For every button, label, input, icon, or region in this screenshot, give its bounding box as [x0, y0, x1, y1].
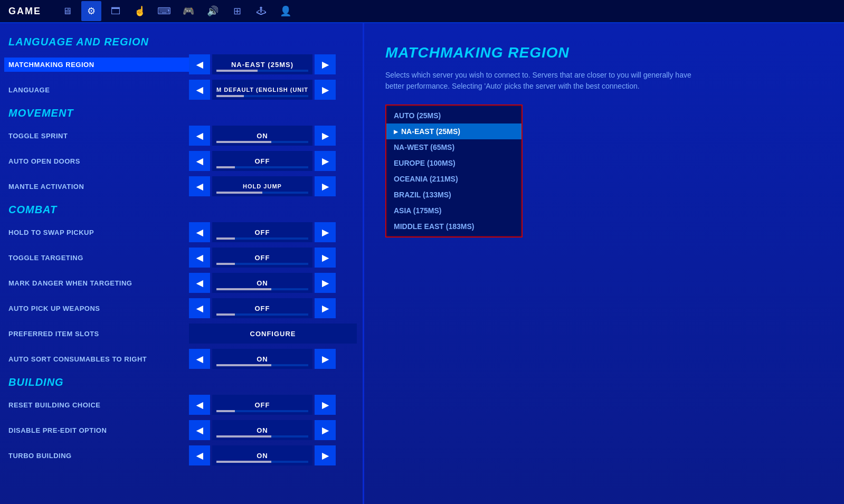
toggle-targeting-bar-fill	[216, 263, 235, 265]
toggle-sprint-value: ON	[257, 132, 268, 140]
section-movement: MOVEMENT	[0, 103, 363, 122]
region-auto[interactable]: AUTO (25MS)	[386, 108, 521, 123]
auto-open-doors-left[interactable]: ◀	[189, 151, 210, 171]
reset-building-choice-right[interactable]: ▶	[315, 395, 336, 415]
matchmaking-region-bar	[216, 70, 308, 72]
region-oceania[interactable]: OCEANIA (211MS)	[386, 171, 521, 187]
setting-auto-open-doors[interactable]: AUTO OPEN DOORS ◀ OFF ▶	[0, 149, 363, 173]
auto-open-doors-control: ◀ OFF ▶	[189, 151, 336, 171]
auto-pickup-weapons-bar-fill	[216, 313, 235, 316]
auto-open-doors-bar	[216, 166, 308, 168]
region-brazil[interactable]: BRAZIL (133MS)	[386, 187, 521, 203]
info-description: Selects which server you wish to connect…	[385, 70, 702, 92]
turbo-building-control: ◀ ON ▶	[189, 445, 336, 465]
auto-pickup-weapons-value: OFF	[255, 305, 270, 312]
setting-auto-pickup-weapons[interactable]: AUTO PICK UP WEAPONS ◀ OFF ▶	[0, 296, 363, 320]
setting-preferred-item-slots[interactable]: PREFERRED ITEM SLOTS CONFIGURE	[0, 321, 363, 346]
setting-mantle-activation[interactable]: MANTLE ACTIVATION ◀ HOLD JUMP ▶	[0, 174, 363, 198]
hold-swap-pickup-value: OFF	[255, 229, 270, 236]
monitor-icon[interactable]: 🖥	[57, 1, 77, 21]
turbo-building-left[interactable]: ◀	[189, 445, 210, 465]
language-value: M DEFAULT (ENGLISH (UNIT	[216, 87, 308, 93]
hold-swap-pickup-left[interactable]: ◀	[189, 222, 210, 242]
user-icon[interactable]: 👤	[276, 1, 296, 21]
disable-pre-edit-left[interactable]: ◀	[189, 420, 210, 440]
turbo-building-bar-fill	[216, 461, 271, 463]
region-asia[interactable]: ASIA (175MS)	[386, 203, 521, 218]
setting-turbo-building[interactable]: TURBO BUILDING ◀ ON ▶	[0, 443, 363, 468]
auto-open-doors-right[interactable]: ▶	[315, 151, 336, 171]
right-panel: MATCHMAKING REGION Selects which server …	[364, 23, 844, 504]
mantle-activation-left[interactable]: ◀	[189, 176, 210, 196]
toggle-sprint-left[interactable]: ◀	[189, 126, 210, 146]
setting-reset-building-choice[interactable]: RESET BUILDING CHOICE ◀ OFF ▶	[0, 393, 363, 417]
setting-matchmaking-region[interactable]: MATCHMAKING REGION ◀ NA-EAST (25MS) ▶	[0, 52, 363, 77]
toggle-targeting-bar	[216, 263, 308, 265]
toggle-sprint-right[interactable]: ▶	[315, 126, 336, 146]
auto-pickup-weapons-left[interactable]: ◀	[189, 298, 210, 318]
toggle-targeting-value: OFF	[255, 254, 270, 262]
preferred-item-slots-label: PREFERRED ITEM SLOTS	[4, 330, 189, 338]
setting-mark-danger[interactable]: MARK DANGER WHEN TARGETING ◀ ON ▶	[0, 271, 363, 295]
auto-sort-consumables-label: AUTO SORT CONSUMABLES TO RIGHT	[4, 355, 189, 363]
gear-icon[interactable]: ⚙	[81, 1, 101, 21]
auto-sort-consumables-right[interactable]: ▶	[315, 349, 336, 369]
speaker-icon[interactable]: 🔊	[203, 1, 223, 21]
toggle-targeting-left[interactable]: ◀	[189, 248, 210, 268]
turbo-building-bar	[216, 461, 308, 463]
keyboard-icon[interactable]: ⌨	[154, 1, 174, 21]
toggle-sprint-bar	[216, 141, 308, 143]
nav-icons: 🖥 ⚙ 🗖 ☝ ⌨ 🎮 🔊 ⊞ 🕹 👤	[57, 1, 296, 21]
matchmaking-region-value: NA-EAST (25MS)	[231, 61, 293, 69]
auto-pickup-weapons-bar	[216, 313, 308, 316]
setting-disable-pre-edit[interactable]: DISABLE PRE-EDIT OPTION ◀ ON ▶	[0, 418, 363, 442]
turbo-building-right[interactable]: ▶	[315, 445, 336, 465]
language-right[interactable]: ▶	[315, 80, 336, 100]
auto-sort-consumables-control: ◀ ON ▶	[189, 349, 336, 369]
controller-icon[interactable]: 🎮	[178, 1, 198, 21]
reset-building-choice-bar	[216, 410, 308, 412]
windows-icon[interactable]: ⊞	[227, 1, 247, 21]
setting-toggle-sprint[interactable]: TOGGLE SPRINT ◀ ON ▶	[0, 123, 363, 148]
setting-language[interactable]: LANGUAGE ◀ M DEFAULT (ENGLISH (UNIT ▶	[0, 78, 363, 102]
auto-open-doors-value: OFF	[255, 157, 270, 165]
region-na-west[interactable]: NA-WEST (65MS)	[386, 139, 521, 155]
mantle-activation-right[interactable]: ▶	[315, 176, 336, 196]
gamepad-icon[interactable]: 🕹	[251, 1, 271, 21]
turbo-building-label: TURBO BUILDING	[4, 452, 189, 460]
disable-pre-edit-right[interactable]: ▶	[315, 420, 336, 440]
top-nav: GAME 🖥 ⚙ 🗖 ☝ ⌨ 🎮 🔊 ⊞ 🕹 👤	[0, 0, 844, 23]
mark-danger-right[interactable]: ▶	[315, 273, 336, 293]
auto-pickup-weapons-control: ◀ OFF ▶	[189, 298, 336, 318]
reset-building-choice-label: RESET BUILDING CHOICE	[4, 401, 189, 409]
disable-pre-edit-value-box: ON	[212, 420, 312, 440]
matchmaking-region-left[interactable]: ◀	[189, 54, 210, 74]
auto-label: AUTO (25MS)	[394, 111, 441, 120]
language-left[interactable]: ◀	[189, 80, 210, 100]
reset-building-choice-value: OFF	[255, 401, 270, 409]
hand-icon[interactable]: ☝	[130, 1, 150, 21]
app-title: GAME	[8, 6, 41, 17]
configure-button[interactable]: CONFIGURE	[189, 324, 357, 344]
toggle-targeting-right[interactable]: ▶	[315, 248, 336, 268]
setting-toggle-targeting[interactable]: TOGGLE TARGETING ◀ OFF ▶	[0, 245, 363, 270]
setting-hold-swap-pickup[interactable]: HOLD TO SWAP PICKUP ◀ OFF ▶	[0, 220, 363, 244]
hold-swap-pickup-right[interactable]: ▶	[315, 222, 336, 242]
region-europe[interactable]: EUROPE (100MS)	[386, 155, 521, 171]
auto-pickup-weapons-right[interactable]: ▶	[315, 298, 336, 318]
turbo-building-value: ON	[257, 452, 268, 460]
reset-building-choice-left[interactable]: ◀	[189, 395, 210, 415]
selected-marker: ▶	[394, 129, 398, 135]
region-middle-east[interactable]: MIDDLE EAST (183MS)	[386, 218, 521, 234]
region-na-east[interactable]: ▶ NA-EAST (25MS)	[386, 123, 521, 139]
matchmaking-region-right[interactable]: ▶	[315, 54, 336, 74]
display-icon[interactable]: 🗖	[106, 1, 126, 21]
auto-sort-consumables-value: ON	[257, 355, 268, 363]
mark-danger-value-box: ON	[212, 273, 312, 293]
setting-auto-sort-consumables[interactable]: AUTO SORT CONSUMABLES TO RIGHT ◀ ON ▶	[0, 347, 363, 371]
auto-pickup-weapons-value-box: OFF	[212, 298, 312, 318]
main-layout: LANGUAGE AND REGION MATCHMAKING REGION ◀…	[0, 23, 844, 504]
mark-danger-left[interactable]: ◀	[189, 273, 210, 293]
hold-swap-pickup-control: ◀ OFF ▶	[189, 222, 336, 242]
auto-sort-consumables-left[interactable]: ◀	[189, 349, 210, 369]
